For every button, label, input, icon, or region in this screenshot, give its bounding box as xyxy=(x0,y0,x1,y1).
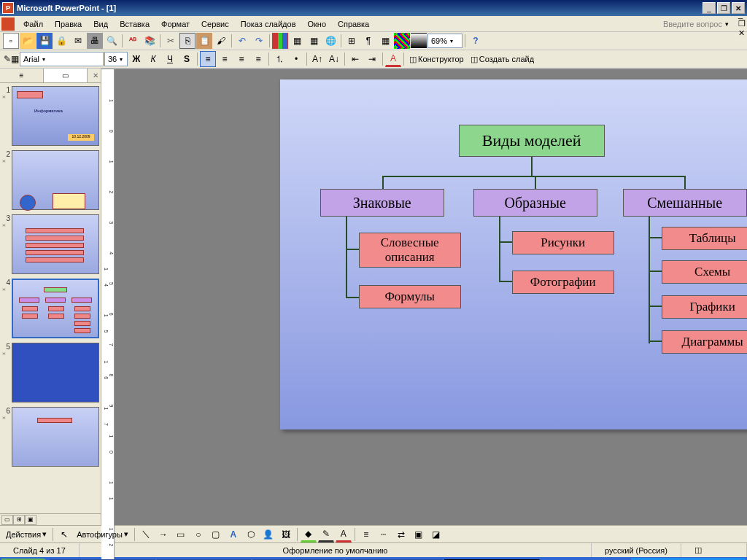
increase-indent-button[interactable]: ⇥ xyxy=(364,51,380,67)
slideshow-view-button[interactable]: ▣ xyxy=(25,515,36,525)
thumbnail-1[interactable]: Информатика10.12.2009 xyxy=(12,86,99,146)
insert-chart-button[interactable] xyxy=(272,33,288,49)
paste-button[interactable]: 📋 xyxy=(196,33,212,49)
slide-design-button[interactable]: ◫ Конструктор xyxy=(406,51,467,67)
expand-all-button[interactable]: ⊞ xyxy=(344,33,360,49)
diagram-category-1[interactable]: Знаковые xyxy=(320,189,444,217)
format-painter-button[interactable]: 🖌 xyxy=(213,33,229,49)
copy-button[interactable]: ⎘ xyxy=(179,33,196,49)
diagram-leaf[interactable]: Диаграммы xyxy=(662,330,747,354)
fill-color-button[interactable]: ◆ xyxy=(301,526,317,542)
slide-canvas-area[interactable]: Виды моделей Знаковые Образные Смешанные… xyxy=(115,69,747,560)
align-right-button[interactable]: ≡ xyxy=(233,51,249,67)
thumb-row[interactable]: 3✶ xyxy=(1,214,99,274)
thumbnail-list[interactable]: 1 ✶ Информатика10.12.2009 2✶ 3✶ xyxy=(0,83,101,513)
outline-tab[interactable]: ≡ xyxy=(0,69,44,82)
draw-table-button[interactable]: ✎▦ xyxy=(3,51,19,67)
email-button[interactable]: ✉ xyxy=(70,33,86,49)
spelling-button[interactable]: ᴬᴮ xyxy=(125,33,141,49)
arrow-style-button[interactable]: ⇄ xyxy=(393,526,409,542)
select-objects-button[interactable]: ↖ xyxy=(56,526,72,542)
menu-file[interactable]: Файл xyxy=(18,18,49,30)
3d-style-button[interactable]: ◪ xyxy=(428,526,444,542)
font-name-dropdown[interactable]: Arial ▾ xyxy=(20,52,104,66)
thumbnail-6[interactable] xyxy=(12,407,99,467)
font-color-button[interactable]: A xyxy=(385,51,401,67)
actions-dropdown[interactable]: Действия▾ xyxy=(3,526,50,542)
diagram-leaf[interactable]: Графики xyxy=(662,295,747,319)
thumb-row[interactable]: 1 ✶ Информатика10.12.2009 xyxy=(1,86,99,146)
align-center-button[interactable]: ≡ xyxy=(217,51,233,67)
show-formatting-button[interactable]: ¶ xyxy=(360,33,376,49)
thumb-row[interactable]: 5✶ xyxy=(1,343,99,402)
bullets-button[interactable]: • xyxy=(288,51,304,67)
diagram-leaf[interactable]: Словесные описания xyxy=(359,233,461,268)
insert-table-button[interactable]: ▦ xyxy=(289,33,305,49)
picture-button[interactable]: 🖼 xyxy=(278,526,294,542)
oval-button[interactable]: ○ xyxy=(190,526,206,542)
diagram-category-3[interactable]: Смешанные xyxy=(623,189,747,217)
menu-window[interactable]: Окно xyxy=(302,18,333,30)
align-justify-button[interactable]: ≡ xyxy=(250,51,266,67)
line-button[interactable]: ＼ xyxy=(138,526,154,542)
print-button[interactable]: 🖶 xyxy=(87,33,103,49)
thumbnail-2[interactable] xyxy=(12,150,99,210)
cut-button[interactable]: ✂ xyxy=(163,33,179,49)
textbox-button[interactable]: ▢ xyxy=(208,526,224,542)
menu-help[interactable]: Справка xyxy=(332,18,375,30)
diagram-leaf[interactable]: Рисунки xyxy=(512,231,614,254)
minimize-button[interactable]: _ xyxy=(703,2,716,14)
slide-canvas[interactable]: Виды моделей Знаковые Образные Смешанные… xyxy=(280,79,747,429)
font-color-button[interactable]: A xyxy=(336,526,352,542)
shadow-style-button[interactable]: ▣ xyxy=(411,526,427,542)
diagram-button[interactable]: ⬡ xyxy=(243,526,259,542)
dash-style-button[interactable]: ┄ xyxy=(376,526,392,542)
font-size-dropdown[interactable]: 36 ▾ xyxy=(104,52,128,66)
menu-insert[interactable]: Вставка xyxy=(114,18,155,30)
underline-button[interactable]: Ч xyxy=(162,51,178,67)
vertical-ruler[interactable]: 1 0 1 2 3 4 5 6 7 8 9 10 11 12 13 14 15 … xyxy=(101,69,115,560)
decrease-font-button[interactable]: A↓ xyxy=(326,51,342,67)
sorter-view-button[interactable]: ⊞ xyxy=(13,515,25,525)
arrow-button[interactable]: → xyxy=(155,526,171,542)
menu-view[interactable]: Вид xyxy=(88,18,114,30)
wordart-button[interactable]: A xyxy=(225,526,241,542)
diagram-root[interactable]: Виды моделей xyxy=(459,125,605,157)
diagram-leaf[interactable]: Схемы xyxy=(662,260,747,284)
new-button[interactable]: ▫ xyxy=(3,33,19,49)
doc-restore-button[interactable]: ❐ xyxy=(738,19,746,28)
thumbnail-5[interactable] xyxy=(12,343,99,402)
new-slide-button[interactable]: ◫ Создать слайд xyxy=(468,51,537,67)
insert-hyperlink-button[interactable]: 🌐 xyxy=(322,33,338,49)
clipart-button[interactable]: 👤 xyxy=(260,526,276,542)
decrease-indent-button[interactable]: ⇤ xyxy=(347,51,363,67)
undo-button[interactable]: ↶ xyxy=(234,33,250,49)
increase-font-button[interactable]: A↑ xyxy=(309,51,325,67)
restore-button[interactable]: ❐ xyxy=(717,2,730,14)
normal-view-button[interactable]: ▭ xyxy=(1,515,13,525)
slides-tab[interactable]: ▭ xyxy=(44,69,88,82)
thumb-row[interactable]: 2✶ xyxy=(1,150,99,210)
thumb-row[interactable]: 4✶ xyxy=(1,279,99,338)
tables-borders-button[interactable]: ▦ xyxy=(306,33,322,49)
menu-slideshow[interactable]: Показ слайдов xyxy=(235,18,302,30)
align-left-button[interactable]: ≡ xyxy=(200,51,216,67)
language-status[interactable]: русский (Россия) xyxy=(592,543,681,557)
question-box[interactable]: Введите вопрос xyxy=(375,20,725,28)
line-color-button[interactable]: ✎ xyxy=(318,526,334,542)
italic-button[interactable]: К xyxy=(145,51,161,67)
panel-close-button[interactable]: ✕ xyxy=(90,69,101,82)
zoom-dropdown[interactable]: 69% ▾ xyxy=(427,34,462,48)
grayscale-button[interactable] xyxy=(411,33,427,49)
diagram-leaf[interactable]: Формулы xyxy=(359,285,461,308)
rectangle-button[interactable]: ▭ xyxy=(173,526,189,542)
menu-format[interactable]: Формат xyxy=(155,18,196,30)
research-button[interactable]: 📚 xyxy=(142,33,158,49)
diagram-category-2[interactable]: Образные xyxy=(473,189,597,217)
thumb-row[interactable]: 6✶ xyxy=(1,407,99,467)
show-grid-button[interactable]: ▦ xyxy=(377,33,393,49)
print-preview-button[interactable]: 🔍 xyxy=(104,33,120,49)
diagram-leaf[interactable]: Таблицы xyxy=(662,227,747,250)
line-style-button[interactable]: ≡ xyxy=(358,526,374,542)
shadow-button[interactable]: S xyxy=(179,51,195,67)
